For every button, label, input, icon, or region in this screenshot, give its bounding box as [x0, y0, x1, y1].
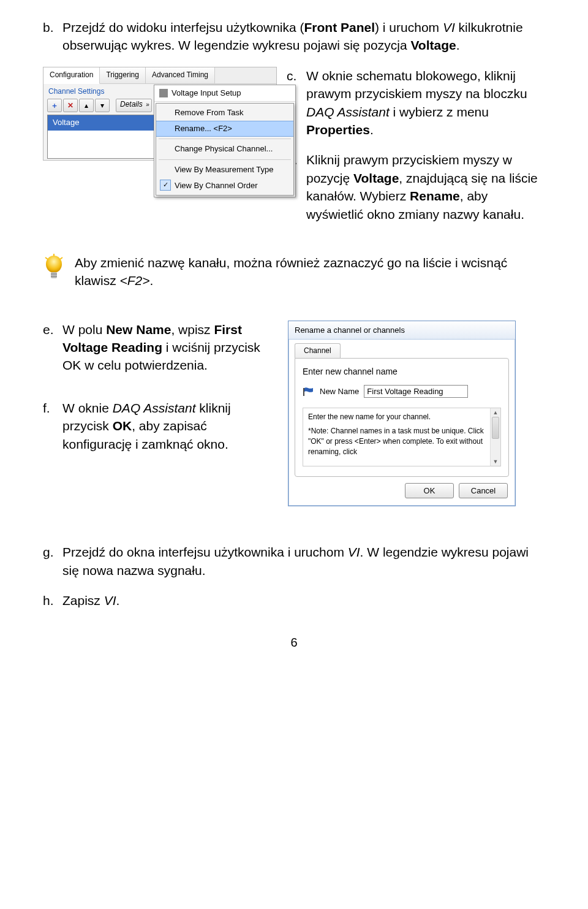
details-label: Details [120, 100, 143, 108]
config-panel-screenshot: Configuration Triggering Advanced Timing… [43, 67, 277, 161]
text: Zapisz [62, 593, 104, 607]
channel-up-button[interactable]: ▴ [79, 99, 94, 112]
menu-separator [159, 139, 291, 139]
scroll-thumb[interactable] [492, 417, 499, 439]
new-name-label: New Name [320, 386, 359, 397]
list-item-b: b. Przejdź do widoku interfejsu użytkown… [43, 18, 545, 55]
text-italic: VI [104, 593, 116, 607]
list-body: Kliknij prawym przyciskiem myszy w pozyc… [306, 151, 545, 223]
text-bold: Rename [410, 189, 460, 203]
list-item-f: f. W oknie DAQ Assistant kliknij przycis… [43, 399, 270, 453]
list-label: g. [43, 543, 62, 579]
list-label: f. [43, 399, 62, 453]
list-item-h: h. Zapisz VI. [43, 591, 545, 609]
text: . [116, 593, 120, 607]
text-bold: Voltage [353, 171, 399, 185]
gauge-icon [159, 89, 168, 97]
text-italic: VI [348, 545, 360, 559]
scroll-up-icon[interactable]: ▲ [491, 408, 500, 417]
x-icon: ✕ [67, 101, 74, 111]
text: Przejdź do widoku interfejsu użytkownika… [62, 20, 304, 34]
menu-item-label: View By Channel Order [175, 181, 258, 190]
list-item-e: e. W polu New Name, wpisz First Voltage … [43, 321, 270, 375]
text: W oknie schematu blokowego, kliknij praw… [306, 69, 527, 101]
list-item-g: g. Przejdź do okna interfejsu użytkownik… [43, 543, 545, 579]
svg-point-0 [46, 256, 62, 273]
list-label: e. [43, 321, 62, 375]
list-label: h. [43, 591, 62, 609]
list-body: Przejdź do okna interfejsu użytkownika i… [62, 543, 545, 579]
text: Przejdź do okna interfejsu użytkownika i… [62, 545, 348, 559]
context-menu: Remove From Task Rename... <F2> Change P… [156, 103, 294, 196]
text-bold: OK [113, 419, 132, 433]
channel-down-button[interactable]: ▾ [95, 99, 110, 112]
check-icon: ✓ [160, 180, 171, 191]
svg-rect-5 [51, 273, 57, 275]
text: W polu [62, 322, 106, 337]
new-name-input[interactable] [364, 385, 468, 398]
text: W oknie [62, 401, 113, 415]
scroll-down-icon[interactable]: ▼ [491, 457, 500, 466]
text: . [150, 273, 154, 287]
menu-item-change-physical-channel[interactable]: Change Physical Channel... [156, 141, 293, 157]
svg-line-2 [45, 257, 48, 259]
text: . [456, 38, 460, 52]
tab-triggering[interactable]: Triggering [100, 67, 146, 83]
chevron-down-icon: ▾ [100, 101, 104, 111]
menu-item-view-by-channel-order[interactable]: ✓ View By Channel Order [156, 178, 293, 194]
tip-text: Aby zmienić nazwę kanału, można również … [75, 254, 545, 290]
remove-channel-button[interactable]: ✕ [63, 99, 78, 112]
list-body: W polu New Name, wpisz First Voltage Rea… [62, 321, 270, 375]
voltage-input-setup-panel: Voltage Input Setup Remove From Task Ren… [154, 85, 296, 197]
tip-callout: Aby zmienić nazwę kanału, można również … [43, 254, 545, 290]
vis-title-text: Voltage Input Setup [172, 88, 241, 99]
scrollbar[interactable]: ▲ ▼ [490, 408, 500, 466]
plus-icon: ＋ [51, 101, 58, 111]
text-bold: Front Panel [304, 20, 375, 34]
text-italic: DAQ Assistant [113, 401, 196, 415]
text-italic: DAQ Assistant [306, 105, 390, 119]
menu-item-rename[interactable]: Rename... <F2> [156, 121, 293, 137]
text-italic: <F2> [120, 273, 150, 287]
page-number: 6 [43, 634, 545, 651]
rename-dialog: Rename a channel or channels Channel Ent… [288, 321, 516, 507]
text: . [370, 123, 374, 137]
text-bold: New Name [106, 322, 171, 337]
lightbulb-icon [43, 254, 67, 287]
help-text-box: Enter the new name for your channel. *No… [303, 408, 501, 466]
svg-rect-4 [51, 272, 57, 278]
list-item-d: d. Kliknij prawym przyciskiem myszy w po… [287, 151, 545, 223]
help-line: Enter the new name for your channel. [308, 412, 484, 422]
dialog-group-title: Enter new channel name [303, 366, 501, 378]
dialog-title: Rename a channel or channels [288, 321, 515, 340]
list-body: Przejdź do widoku interfejsu użytkownika… [62, 18, 545, 55]
cancel-button[interactable]: Cancel [459, 483, 508, 498]
add-channel-button[interactable]: ＋ [47, 99, 62, 112]
dialog-tab-channel[interactable]: Channel [295, 343, 341, 358]
ok-button[interactable]: OK [405, 483, 454, 498]
details-button[interactable]: Details [116, 99, 152, 112]
svg-rect-6 [51, 276, 57, 277]
help-line: *Note: Channel names in a task must be u… [308, 426, 484, 457]
menu-item-remove-from-task[interactable]: Remove From Task [156, 105, 293, 121]
text-bold: Voltage [410, 38, 456, 52]
text: ) i uruchom [375, 20, 443, 34]
text-italic: VI [443, 20, 455, 34]
tab-configuration[interactable]: Configuration [43, 67, 100, 84]
menu-item-view-by-measurement-type[interactable]: View By Measurement Type [156, 162, 293, 178]
list-label: b. [43, 18, 62, 55]
menu-separator [159, 159, 291, 160]
text-bold: Properties [306, 123, 370, 137]
tab-advanced-timing[interactable]: Advanced Timing [146, 67, 215, 83]
flag-icon [303, 387, 315, 397]
list-body: W oknie schematu blokowego, kliknij praw… [306, 67, 545, 139]
list-body: Zapisz VI. [62, 591, 545, 609]
svg-line-3 [60, 257, 62, 259]
list-body: W oknie DAQ Assistant kliknij przycisk O… [62, 399, 270, 453]
list-item-c: c. W oknie schematu blokowego, kliknij p… [287, 67, 545, 139]
chevron-up-icon: ▴ [85, 101, 88, 111]
text: , wpisz [171, 322, 214, 337]
text: i wybierz z menu [390, 105, 489, 119]
